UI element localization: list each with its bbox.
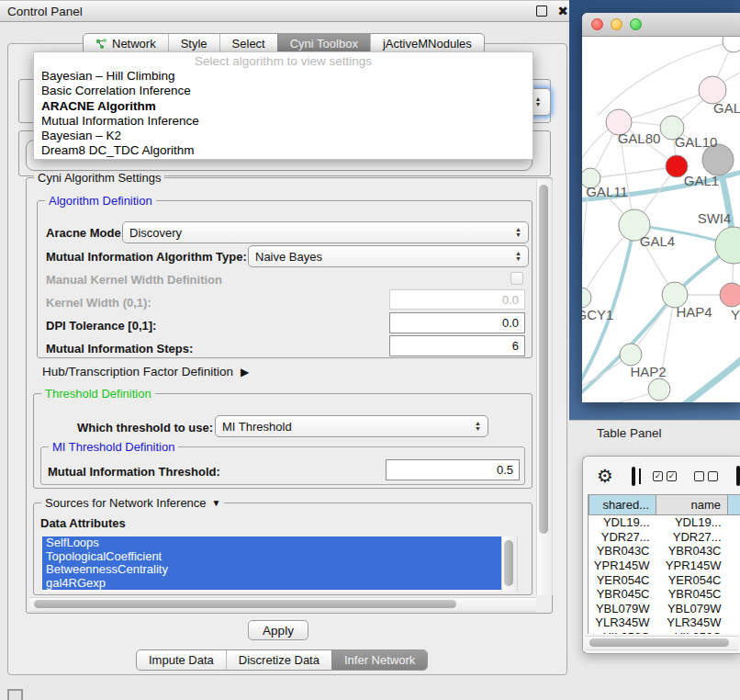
manual-kernel-label: Manual Kernel Width Definition <box>46 273 222 287</box>
table-cell: 9 <box>728 630 740 634</box>
data-attribute-item[interactable]: TopologicalCoefficient <box>42 550 501 564</box>
data-attributes-list: SelfLoopsTopologicalCoefficientBetweenne… <box>42 536 501 592</box>
hub-definition-expander[interactable]: Hub/Transcription Factor Definition ▶ <box>42 365 249 378</box>
scrollbar-thumb[interactable] <box>589 638 729 647</box>
data-attribute-item[interactable]: gal4RGexp <box>42 577 501 591</box>
table-column-header[interactable]: shared... <box>589 495 656 515</box>
algorithm-option[interactable]: Dream8 DC_TDC Algorithm <box>34 143 533 158</box>
tab-cyni-toolbox[interactable]: Cyni Toolbox <box>277 34 370 53</box>
table-row[interactable]: YBL079WYBL079W <box>589 602 740 616</box>
collapse-down-arrow-icon: ▼ <box>212 498 221 508</box>
network-node-label: GAL <box>713 100 740 116</box>
tab-impute-data[interactable]: Impute Data <box>137 650 226 670</box>
sources-legend[interactable]: Sources for Network Inference ▼ <box>41 496 224 510</box>
settings-vertical-scrollbar[interactable] <box>536 180 553 595</box>
document-icon[interactable] <box>736 466 740 486</box>
table-row[interactable]: YPR145WYPR145W9. <box>589 559 740 573</box>
which-threshold-combo[interactable]: MI Threshold ▲▼ <box>215 415 488 437</box>
apply-button[interactable]: Apply <box>248 620 308 640</box>
algorithm-option[interactable]: Basic Correlation Inference <box>34 84 533 98</box>
network-edge[interactable] <box>582 390 659 402</box>
table-cell: YPR145W <box>589 559 656 573</box>
table-row[interactable]: YDL19...YDL19...13 <box>589 515 740 530</box>
algorithm-option[interactable]: Mutual Information Inference <box>34 114 533 129</box>
table-row[interactable]: YDR27...YDR27...12 <box>589 530 740 545</box>
network-node-y[interactable] <box>720 283 740 307</box>
table-row[interactable]: YIL052CYIL052C9 <box>589 630 740 634</box>
checked-checkboxes-icon[interactable]: ✓✓ <box>653 471 677 481</box>
network-node-label: GAL11 <box>586 184 628 199</box>
tab-label: Style <box>181 37 207 51</box>
tab-label: Discretize Data <box>239 653 320 667</box>
kernel-width-field[interactable]: 0.0 <box>389 289 525 310</box>
table-cell: 12 <box>728 530 740 545</box>
table-cell: 8. <box>728 572 740 587</box>
aracne-mode-combo[interactable]: Discovery ▲▼ <box>122 221 529 243</box>
close-traffic-light-icon[interactable] <box>591 18 603 30</box>
zoom-traffic-light-icon[interactable] <box>630 18 642 30</box>
table-column-header[interactable]: name <box>656 495 728 515</box>
data-attribute-item[interactable]: SelfLoops <box>42 536 501 550</box>
network-node-label: HAP4 <box>676 304 712 320</box>
docked-panel-icon[interactable] <box>7 689 23 700</box>
mi-threshold-field[interactable]: 0.5 <box>386 459 520 480</box>
table-cell: YBL079W <box>656 602 728 616</box>
network-node-hap2[interactable] <box>620 344 642 366</box>
table-column-header[interactable]: A <box>728 495 740 515</box>
attributes-vertical-scrollbar[interactable] <box>501 536 518 592</box>
unchecked-checkboxes-icon[interactable] <box>694 471 718 481</box>
table-row[interactable]: YLR345WYLR345W9. <box>589 615 740 630</box>
scrollbar-thumb[interactable] <box>504 540 513 586</box>
tab-style[interactable]: Style <box>168 34 219 53</box>
table-row[interactable]: YER054CYER054C8. <box>589 572 740 587</box>
table-toolbar: ⚙ ✓✓ <box>588 462 740 490</box>
algorithm-option[interactable]: ARACNE Algorithm <box>34 99 533 114</box>
table-cell <box>728 544 740 559</box>
table-cell: YLR345W <box>656 615 728 630</box>
table-horizontal-scrollbar[interactable] <box>586 636 738 650</box>
manual-kernel-checkbox[interactable] <box>510 272 523 285</box>
tab-label: Infer Network <box>344 653 415 667</box>
gear-icon[interactable]: ⚙ <box>597 467 613 485</box>
mi-type-combo[interactable]: Naive Bayes ▲▼ <box>248 245 529 267</box>
float-icon[interactable] <box>536 6 547 17</box>
table-cell: YBR043C <box>589 544 656 559</box>
settings-horizontal-scrollbar[interactable] <box>29 597 536 612</box>
hub-definition-label: Hub/Transcription Factor Definition <box>42 365 233 378</box>
table-cell: YPR145W <box>656 559 728 573</box>
table-row[interactable]: YBR045CYBR045C9. <box>589 587 740 602</box>
table-cell: YIL052C <box>589 630 656 634</box>
data-attribute-item[interactable]: BetweennessCentrality <box>42 563 501 577</box>
network-edge[interactable] <box>670 360 740 402</box>
network-edge[interactable] <box>590 166 677 178</box>
algorithm-option[interactable]: Bayesian – K2 <box>34 129 533 143</box>
close-icon[interactable]: ✖ <box>557 6 568 16</box>
algorithm-option[interactable]: Bayesian – Hill Climbing <box>34 69 533 84</box>
split-columns-icon[interactable] <box>632 467 635 486</box>
dpi-tolerance-field[interactable]: 0.0 <box>389 312 525 333</box>
tab-infer-network[interactable]: Infer Network <box>331 650 427 670</box>
minimize-traffic-light-icon[interactable] <box>611 18 622 30</box>
network-node-label: GAL4 <box>640 233 675 249</box>
network-window-titlebar[interactable] <box>582 13 740 37</box>
table-cell: YDL19... <box>656 515 728 530</box>
mi-steps-field[interactable]: 6 <box>389 335 525 356</box>
tab-select[interactable]: Select <box>219 34 277 53</box>
network-node[interactable] <box>723 37 740 52</box>
table-cell: YER054C <box>656 572 728 587</box>
table-cell: YBR043C <box>656 544 728 559</box>
network-canvas[interactable]: GALGAL80GAL10GAL1GAL11SWI4GAL4GCY1HAP4YH… <box>582 37 740 402</box>
network-node-label: GAL1 <box>684 173 719 188</box>
network-icon <box>95 38 107 50</box>
network-node-gcy1[interactable] <box>582 288 591 308</box>
table-row[interactable]: YBR043CYBR043C <box>589 544 740 559</box>
tab-discretize-data[interactable]: Discretize Data <box>226 650 331 670</box>
which-threshold-label: Which threshold to use: <box>77 421 213 435</box>
tab-network[interactable]: Network <box>84 34 168 53</box>
tab-jactivemnodules[interactable]: jActiveMNodules <box>370 34 484 53</box>
table-cell: 9. <box>728 587 740 602</box>
network-node[interactable] <box>648 378 670 401</box>
scrollbar-thumb[interactable] <box>539 185 548 534</box>
scrollbar-thumb[interactable] <box>34 600 456 608</box>
algorithm-dropdown-popup: Select algorithm to view settings Bayesi… <box>33 51 533 160</box>
